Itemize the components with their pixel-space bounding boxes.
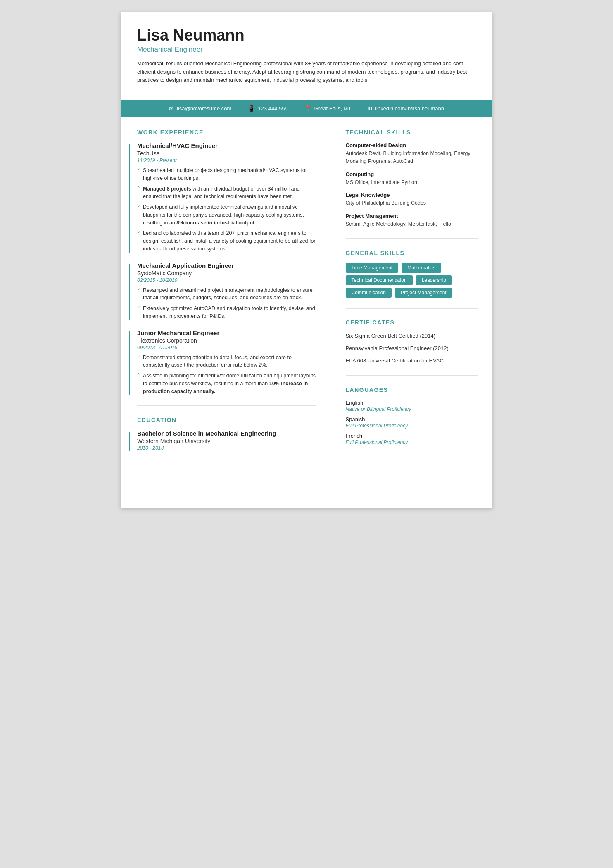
divider-4 — [346, 375, 478, 376]
bullet-item: Developed and fully implemented technica… — [137, 203, 316, 227]
skill-tags-row-2: Technical Documentation Leadership — [346, 275, 478, 285]
education-section: EDUCATION Bachelor of Science in Mechani… — [137, 417, 316, 451]
lang-1-name: English — [346, 400, 478, 406]
linkedin-icon: in — [368, 105, 372, 112]
bullet-item: Revamped and streamlined project managem… — [137, 286, 316, 302]
left-column: WORK EXPERIENCE Mechanical/HVAC Engineer… — [121, 117, 331, 467]
skill-tag-time-management: Time Management — [346, 263, 399, 273]
bullet-item: Assisted in planning for efficient workf… — [137, 372, 316, 395]
contact-phone: 📱 123 444 555 — [248, 105, 287, 112]
lang-2-level: Full Professional Proficiency — [346, 423, 478, 429]
skill-tags-row-1: Time Management Mathematics — [346, 263, 478, 273]
skill-cat-2-text: MS Office, Intermediate Python — [346, 179, 478, 186]
job-3-title: Junior Mechanical Engineer — [137, 329, 316, 336]
languages-section: LANGUAGES English Native or Bilingual Pr… — [346, 386, 478, 445]
job-1-dates: 11/2019 - Present — [137, 157, 316, 163]
skill-cat-3-text: City of Philadelphia Building Codes — [346, 199, 478, 207]
candidate-title: Mechanical Engineer — [137, 45, 476, 54]
bullet-item: Led and collaborated with a team of 20+ … — [137, 229, 316, 253]
skill-cat-1: Computer-aided Design — [346, 142, 478, 148]
bullet-item: Spearheaded multiple projects designing … — [137, 167, 316, 182]
skill-tags-row-3: Communication Project Management — [346, 288, 478, 298]
languages-title: LANGUAGES — [346, 386, 478, 393]
contact-linkedin: in linkedin.com/in/lisa.neumann — [368, 105, 444, 112]
job-1-title: Mechanical/HVAC Engineer — [137, 142, 316, 149]
divider-3 — [346, 308, 478, 309]
candidate-summary: Methodical, results-oriented Mechanical … — [137, 60, 476, 84]
skill-cat-4-text: Scrum, Agile Methodology, MeisterTask, T… — [346, 220, 478, 228]
divider-2 — [346, 238, 478, 239]
skill-tag-leadership: Leadership — [416, 275, 452, 285]
skill-tag-mathematics: Mathematics — [402, 263, 441, 273]
work-experience-title: WORK EXPERIENCE — [137, 129, 316, 136]
job-2-company: SystoMatic Company — [137, 270, 316, 277]
education-title: EDUCATION — [137, 417, 316, 423]
school-name: Western Michigan University — [137, 438, 316, 444]
lang-3-name: French — [346, 433, 478, 439]
job-1-bullets: Spearheaded multiple projects designing … — [137, 167, 316, 253]
certificates-title: CERTIFICATES — [346, 319, 478, 326]
skill-tag-communication: Communication — [346, 288, 392, 298]
candidate-name: Lisa Neumann — [137, 27, 476, 44]
skill-tag-technical-documentation: Technical Documentation — [346, 275, 413, 285]
job-2-bullets: Revamped and streamlined project managem… — [137, 286, 316, 320]
edu-dates: 2010 - 2013 — [137, 445, 316, 451]
technical-skills-section: TECHNICAL SKILLS Computer-aided Design A… — [346, 129, 478, 228]
job-1-company: TechUsa — [137, 150, 316, 157]
job-2: Mechanical Application Engineer SystoMat… — [137, 262, 316, 320]
cert-1: Six Sigma Green Belt Certified (2014) — [346, 332, 478, 340]
bullet-item: Demonstrated strong attention to detail,… — [137, 354, 316, 370]
skill-cat-3: Legal Knowledge — [346, 192, 478, 198]
skill-tag-project-management: Project Management — [395, 288, 452, 298]
bullet-item: Extensively optimized AutoCAD and naviga… — [137, 305, 316, 320]
contact-email: ✉ lisa@novoresume.com — [169, 105, 231, 112]
job-1: Mechanical/HVAC Engineer TechUsa 11/2019… — [137, 142, 316, 253]
header-section: Lisa Neumann Mechanical Engineer Methodi… — [121, 12, 492, 93]
lang-1-level: Native or Bilingual Proficiency — [346, 406, 478, 412]
lang-3-level: Full Professional Proficiency — [346, 439, 478, 445]
technical-skills-title: TECHNICAL SKILLS — [346, 129, 478, 136]
job-2-dates: 02/2015 - 10/2019 — [137, 277, 316, 283]
edu-item-1: Bachelor of Science in Mechanical Engine… — [137, 430, 316, 451]
cert-3: EPA 608 Universal Certification for HVAC — [346, 357, 478, 365]
resume-document: Lisa Neumann Mechanical Engineer Methodi… — [121, 12, 492, 508]
job-3: Junior Mechanical Engineer Flextronics C… — [137, 329, 316, 396]
certificates-section: CERTIFICATES Six Sigma Green Belt Certif… — [346, 319, 478, 365]
work-experience-section: WORK EXPERIENCE Mechanical/HVAC Engineer… — [137, 129, 316, 395]
phone-icon: 📱 — [248, 105, 255, 112]
skill-cat-1-text: Autodesk Revit, Building Information Mod… — [346, 150, 478, 165]
contact-bar: ✉ lisa@novoresume.com 📱 123 444 555 📍 Gr… — [121, 100, 492, 117]
skill-cat-2: Computing — [346, 171, 478, 177]
email-icon: ✉ — [169, 105, 174, 112]
job-3-dates: 09/2013 - 01/2015 — [137, 345, 316, 351]
skill-cat-4: Project Management — [346, 213, 478, 219]
main-content: WORK EXPERIENCE Mechanical/HVAC Engineer… — [121, 117, 492, 467]
right-column: TECHNICAL SKILLS Computer-aided Design A… — [331, 117, 492, 467]
lang-2-name: Spanish — [346, 416, 478, 422]
contact-location: 📍 Great Falls, MT — [304, 105, 352, 112]
job-3-bullets: Demonstrated strong attention to detail,… — [137, 354, 316, 396]
general-skills-section: GENERAL SKILLS Time Management Mathemati… — [346, 250, 478, 298]
divider — [137, 405, 316, 406]
general-skills-title: GENERAL SKILLS — [346, 250, 478, 256]
location-icon: 📍 — [304, 105, 311, 112]
bullet-item: Managed 8 projects with an individual bu… — [137, 185, 316, 201]
cert-2: Pennsylvania Professional Engineer (2012… — [346, 345, 478, 352]
degree-title: Bachelor of Science in Mechanical Engine… — [137, 430, 316, 437]
job-2-title: Mechanical Application Engineer — [137, 262, 316, 269]
job-3-company: Flextronics Corporation — [137, 337, 316, 344]
